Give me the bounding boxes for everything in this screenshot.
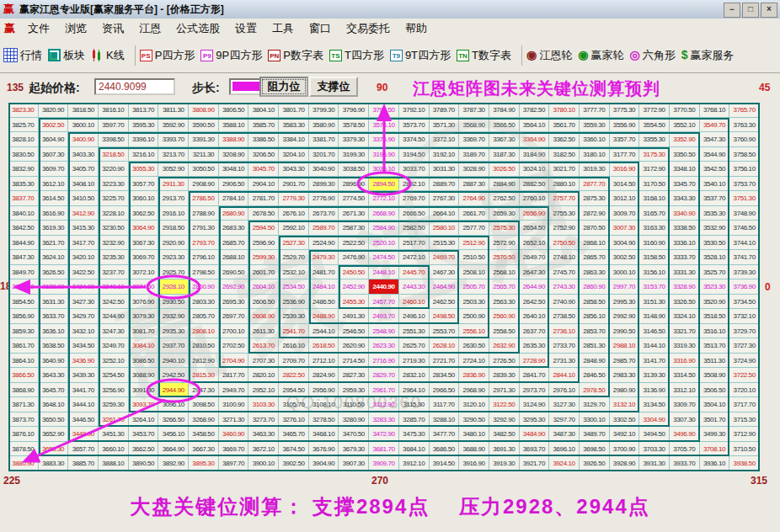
grid-cell-r4c21: 3172.90 [639,162,670,177]
grid-cell-r7c5: 2916.10 [158,206,189,221]
grid-cell-r6c10: 2776.90 [309,191,339,206]
grid-cell-r13c6: 2803.30 [189,295,219,310]
menu-item-7[interactable]: 窗口 [302,19,339,38]
grid-cell-r16c16: 2632.90 [489,338,520,354]
grid-cell-r22c2: 3448.90 [68,427,99,442]
grid-cell-r3c20: 3177.70 [610,147,640,162]
grid-cell-r17c2: 3436.90 [68,354,99,369]
toolbar-item-9T四方形[interactable]: T99T四方形 [390,48,451,63]
toolbar-label: 赢家轮 [590,48,623,63]
toolbar-item-江恩轮[interactable]: ◉江恩轮 [526,48,572,63]
grid-cell-r7c21: 3165.70 [639,206,670,221]
toolbar-item-T数字表[interactable]: TNT数字表 [457,48,511,63]
grid-cell-r16c11: 2620.90 [339,338,369,354]
grid-cell-r14c0: 3856.90 [8,309,39,324]
grid-cell-r8c3: 3230.50 [99,221,129,236]
menu-item-9[interactable]: 帮助 [398,19,435,38]
grid-cell-r22c5: 3456.10 [158,427,189,442]
maximize-button[interactable]: □ [742,3,759,18]
grid-cell-r22c11: 3470.50 [339,427,369,442]
grid-cell-r20c14: 3117.70 [430,397,460,412]
grid-cell-r3c8: 3206.50 [248,147,279,162]
support-button[interactable]: 支撑位 [309,77,358,97]
close-button[interactable]: × [761,3,777,18]
toolbar-item-赢家服务[interactable]: $赢家服务 [681,48,735,63]
grid-cell-r3c17: 3184.90 [520,147,550,162]
wheel-icon: ◉ [578,49,588,61]
grid-cell-r1c10: 3580.90 [309,118,339,133]
grid-cell-r21c4: 3264.10 [129,412,159,428]
toolbar-item-六角形[interactable]: ◎六角形 [629,48,675,63]
toolbar-item-T四方形[interactable]: TST四方形 [329,48,384,63]
grid-cell-r10c15: 2510.50 [459,250,489,265]
grid-cell-r13c5: 2930.50 [158,295,189,310]
grid-cell-r20c15: 3120.10 [459,397,489,412]
grid-cell-r8c13: 2582.50 [399,221,430,236]
wheel-icon: ◎ [629,49,639,61]
grid-cell-r1c17: 3564.10 [520,118,550,133]
grid-cell-r4c3: 3220.90 [99,162,129,177]
toolbar-item-板块[interactable]: 板块 [48,48,85,63]
grid-cell-r12c6: 2800.90 [189,279,219,295]
menu-item-6[interactable]: 工具 [264,19,302,38]
grid-cell-r13c3: 3242.50 [99,295,129,310]
pn-badge-icon: PN [268,50,280,61]
toolbar-item-P四方形[interactable]: PSP四方形 [140,48,195,63]
grid-cell-r3c24: 3758.50 [729,147,760,162]
toolbar-item-K线[interactable]: K线 [91,48,125,63]
grid-cell-r15c8: 2611.30 [248,324,279,339]
toolbar-item-赢家轮[interactable]: ◉赢家轮 [578,48,623,63]
grid-cell-r4c9: 3043.30 [279,162,309,177]
minimize-button[interactable]: － [724,3,740,18]
grid-cell-r4c22: 3348.10 [670,162,700,177]
grid-cell-r23c15: 3688.90 [459,442,489,457]
grid-cell-r7c10: 2673.70 [309,206,339,221]
toolbar-item-9P四方形[interactable]: P99P四方形 [200,48,262,63]
grid-cell-r4c4: 3055.30 [129,162,159,177]
grid-cell-r14c1: 3633.70 [39,309,69,324]
grid-cell-r19c24: 3720.10 [729,383,760,398]
grid-cell-r10c19: 2865.70 [580,250,610,265]
grid-cell-r9c4: 3067.30 [129,236,159,251]
grid-cell-r21c23: 3501.70 [700,412,730,428]
grid-cell-r16c7: 2702.50 [219,338,249,354]
grid-cell-r0c18: 3780.10 [549,103,580,118]
grid-cell-r13c13: 2460.10 [399,295,430,310]
grid-cell-r8c2: 3415.30 [68,221,99,236]
menu-item-4[interactable]: 公式选股 [168,19,227,38]
grid-cell-r0c12: 3794.50 [369,103,399,118]
grid-cell-r6c16: 2762.50 [489,191,520,206]
menu-item-3[interactable]: 江恩 [131,19,168,38]
grid-cell-r14c12: 2493.70 [369,309,399,324]
grid-cell-r12c18: 2743.30 [549,279,580,295]
grid-cell-r4c24: 3756.10 [729,162,760,177]
toolbar-item-P数字表[interactable]: PNP数字表 [268,48,323,63]
grid-cell-r12c12: 2440.90 [369,279,399,295]
grid-cell-r21c10: 3278.50 [309,412,339,428]
grid-cell-r10c11: 2476.90 [339,250,369,265]
menu-item-5[interactable]: 设置 [227,19,264,38]
grid-cell-r12c24: 3736.90 [729,279,760,295]
toolbar-item-行情[interactable]: 行情 [3,48,42,63]
grid-cell-r19c7: 2949.70 [219,383,249,398]
menu-item-0[interactable]: 文件 [20,19,57,38]
grid-cell-r8c21: 3163.30 [639,221,670,236]
grid-cell-r13c20: 2995.30 [610,295,640,310]
start-price-input[interactable]: 2440.9099 [94,78,175,95]
grid-cell-r0c9: 3801.70 [279,103,309,118]
grid-cell-r12c10: 2484.10 [309,279,339,295]
grid-cell-r9c15: 2512.90 [459,236,489,251]
menu-item-8[interactable]: 交易委托 [339,19,398,38]
resistance-button[interactable]: 阻力位 [259,77,308,97]
grid-cell-r14c23: 3518.50 [700,309,730,324]
grid-cell-r19c17: 2973.70 [520,383,550,398]
grid-cell-r2c19: 3360.10 [580,132,610,147]
grid-cell-r24c21: 3931.30 [639,456,670,471]
menu-item-2[interactable]: 资讯 [94,19,131,38]
grid-cell-r7c4: 3062.50 [129,206,159,221]
menu-item-1[interactable]: 浏览 [57,19,94,38]
grid-cell-r21c11: 3280.90 [339,412,369,428]
grid-cell-r14c14: 2498.50 [430,309,460,324]
grid-cell-r15c16: 2558.50 [489,324,520,339]
window-title: 赢家江恩专业版[赢家服务平台] - [价格正方形] [19,3,224,17]
